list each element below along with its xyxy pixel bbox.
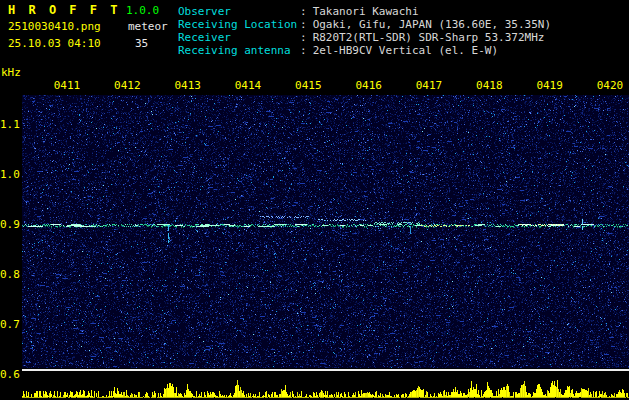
y-tick-label: 0.9 (0, 218, 19, 231)
mode-label: meteor (128, 20, 168, 33)
app-title: H R O F F T (8, 3, 120, 17)
info-separator: : (300, 5, 307, 18)
y-tick-label: 0.8 (0, 268, 19, 281)
info-label: Observer (178, 5, 300, 18)
y-tick-label: 1.0 (0, 168, 19, 181)
x-tick-label: 0416 (352, 79, 386, 92)
app-version: 1.0.0 (126, 4, 159, 17)
info-separator: : (300, 18, 307, 31)
file-row: 2510030410.png meteor (8, 20, 178, 37)
output-filename: 2510030410.png (8, 20, 101, 33)
y-tick-label: 0.6 (0, 368, 19, 381)
station-info: Observer:Takanori Kawachi Receiving Loca… (178, 5, 551, 57)
x-tick-label: 0417 (412, 79, 446, 92)
hrofft-screenshot: H R O F F T 1.0.0 2510030410.png meteor … (0, 0, 629, 400)
x-tick-label: 0415 (291, 79, 325, 92)
info-row-antenna: Receiving antenna:2el-HB9CV Vertical (el… (178, 44, 551, 57)
x-tick-label: 0420 (593, 79, 627, 92)
info-label: Receiving antenna (178, 44, 300, 57)
session-row: 25.10.03 04:10 35 (8, 37, 178, 54)
y-tick-label: 0.7 (0, 318, 19, 331)
x-tick-label: 0414 (231, 79, 265, 92)
info-value: R820T2(RTL-SDR) SDR-Sharp 53.372MHz (313, 31, 545, 44)
separator-line (22, 369, 629, 371)
info-value: 2el-HB9CV Vertical (el. E-W) (313, 44, 498, 57)
app-title-row: H R O F F T 1.0.0 (8, 3, 178, 20)
info-label: Receiving Location (178, 18, 300, 31)
x-tick-label: 0413 (171, 79, 205, 92)
header-left: H R O F F T 1.0.0 2510030410.png meteor … (8, 3, 178, 54)
observation-datetime: 25.10.03 04:10 (8, 37, 101, 50)
info-value: Ogaki, Gifu, JAPAN (136.60E, 35.35N) (313, 18, 551, 31)
signal-level-canvas (22, 372, 629, 398)
x-tick-label: 0411 (50, 79, 84, 92)
spectrogram-canvas (22, 95, 629, 368)
info-row-receiver: Receiver:R820T2(RTL-SDR) SDR-Sharp 53.37… (178, 31, 551, 44)
x-tick-label: 0418 (472, 79, 506, 92)
y-tick-label: 1.1 (0, 118, 19, 131)
info-value: Takanori Kawachi (313, 5, 419, 18)
info-separator: : (300, 44, 307, 57)
y-axis-unit-label: kHz (1, 66, 21, 79)
info-label: Receiver (178, 31, 300, 44)
x-tick-label: 0419 (533, 79, 567, 92)
info-separator: : (300, 31, 307, 44)
meteor-count: 35 (135, 37, 148, 50)
x-tick-label: 0412 (110, 79, 144, 92)
info-row-observer: Observer:Takanori Kawachi (178, 5, 551, 18)
info-row-location: Receiving Location:Ogaki, Gifu, JAPAN (1… (178, 18, 551, 31)
